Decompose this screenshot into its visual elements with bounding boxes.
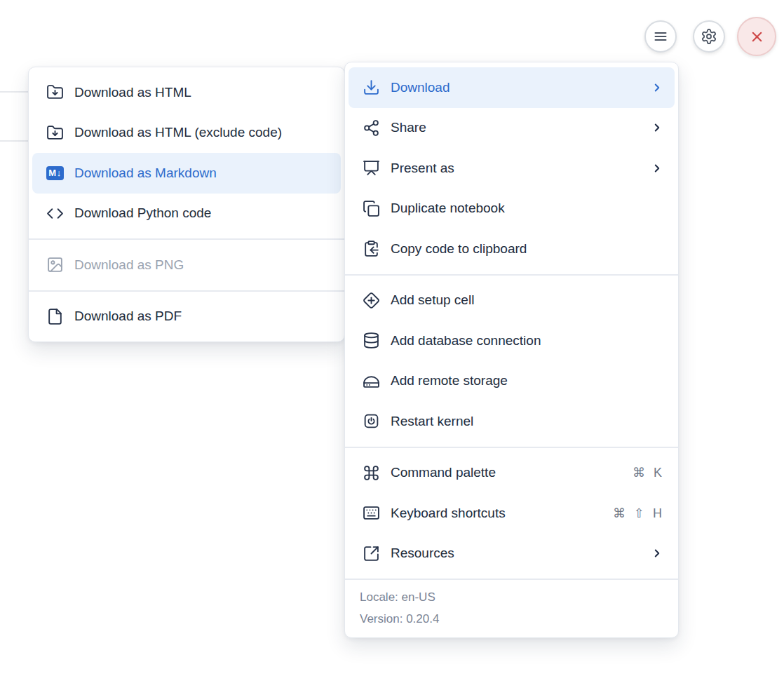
- submenu-group-pdf: Download as PDF: [29, 292, 344, 342]
- menu-group-help: Command palette ⌘ K Keyboard shortcuts ⌘…: [345, 448, 678, 579]
- submenu-item-download-as-html-exclude-code[interactable]: Download as HTML (exclude code): [32, 113, 341, 154]
- menu-item-label: Download Python code: [74, 205, 330, 221]
- menu-group-notebook-actions: Add setup cell Add database connection A…: [345, 276, 678, 447]
- app-canvas: Download as HTML Download as HTML (exclu…: [0, 0, 784, 690]
- close-icon: [749, 29, 765, 45]
- menu-item-add-database-connection[interactable]: Add database connection: [349, 320, 675, 361]
- keyboard-icon: [363, 504, 380, 522]
- shortcut-hint: ⌘ K: [633, 465, 662, 480]
- chevron-right-icon: [651, 121, 663, 134]
- submenu-item-download-as-png: Download as PNG: [32, 245, 341, 285]
- submenu-item-download-as-html[interactable]: Download as HTML: [32, 72, 341, 113]
- menu-item-share[interactable]: Share: [349, 108, 675, 149]
- image-icon: [46, 256, 64, 273]
- submenu-item-download-as-pdf[interactable]: Download as PDF: [32, 297, 341, 337]
- submenu-item-download-as-markdown[interactable]: M↓ Download as Markdown: [32, 153, 341, 194]
- shutdown-button[interactable]: [737, 17, 776, 56]
- menu-footer: Locale: en-US Version: 0.20.4: [345, 579, 678, 637]
- presentation-icon: [363, 159, 380, 177]
- menu-item-label: Add database connection: [391, 333, 663, 349]
- copy-icon: [363, 200, 380, 217]
- menu-item-label: Present as: [391, 161, 640, 176]
- power-icon: [363, 412, 380, 430]
- menu-item-label: Keyboard shortcuts: [391, 506, 602, 521]
- menu-item-download[interactable]: Download: [349, 67, 675, 108]
- background-rule: [0, 91, 28, 93]
- file-icon: [46, 308, 64, 325]
- menu-item-present-as[interactable]: Present as: [349, 148, 675, 189]
- background-rule: [0, 140, 28, 142]
- menu-item-label: Download as HTML (exclude code): [74, 125, 330, 140]
- menu-item-duplicate-notebook[interactable]: Duplicate notebook: [349, 189, 675, 229]
- menu-item-resources[interactable]: Resources: [349, 534, 675, 574]
- submenu-group-formats: Download as HTML Download as HTML (exclu…: [29, 67, 344, 238]
- menu-item-label: Add remote storage: [391, 373, 663, 388]
- menu-group-share-export: Download Share Present as Duplicate note…: [345, 62, 678, 274]
- diamond-plus-icon: [363, 292, 380, 309]
- menu-item-restart-kernel[interactable]: Restart kernel: [349, 401, 675, 442]
- external-link-icon: [363, 545, 380, 562]
- share-icon: [363, 119, 380, 137]
- menu-item-label: Duplicate notebook: [391, 201, 663, 216]
- notebook-actions-menu: Download Share Present as Duplicate note…: [344, 62, 679, 638]
- hamburger-menu-icon: [652, 28, 669, 45]
- download-icon: [363, 79, 380, 96]
- gear-icon: [701, 28, 717, 45]
- menu-item-label: Share: [391, 120, 640, 135]
- storage-drive-icon: [363, 372, 380, 390]
- chevron-right-icon: [651, 162, 663, 175]
- submenu-item-download-python-code[interactable]: Download Python code: [32, 194, 341, 234]
- menu-item-label: Restart kernel: [391, 414, 663, 429]
- code-icon: [46, 205, 64, 222]
- menu-item-label: Copy code to clipboard: [391, 241, 663, 257]
- folder-down-icon: [46, 124, 64, 142]
- menu-item-command-palette[interactable]: Command palette ⌘ K: [349, 453, 675, 494]
- shortcut-hint: ⌘ ⇧ H: [613, 506, 662, 521]
- menu-item-label: Download as PNG: [74, 257, 330, 273]
- folder-down-icon: [46, 83, 64, 101]
- clipboard-copy-icon: [363, 240, 380, 257]
- menu-item-copy-code-to-clipboard[interactable]: Copy code to clipboard: [349, 229, 675, 269]
- database-icon: [363, 332, 380, 349]
- version-text: Version: 0.20.4: [360, 608, 663, 630]
- menu-item-label: Download as Markdown: [74, 165, 330, 181]
- menu-item-label: Download: [391, 80, 640, 95]
- menu-item-label: Resources: [391, 546, 640, 561]
- submenu-group-png: Download as PNG: [29, 240, 344, 290]
- menu-item-keyboard-shortcuts[interactable]: Keyboard shortcuts ⌘ ⇧ H: [349, 493, 675, 534]
- menu-item-add-setup-cell[interactable]: Add setup cell: [349, 280, 675, 321]
- notebook-menu-button[interactable]: [644, 20, 677, 53]
- menu-item-label: Download as HTML: [74, 85, 330, 100]
- menu-item-label: Command palette: [391, 465, 622, 480]
- locale-text: Locale: en-US: [360, 586, 663, 608]
- settings-button[interactable]: [693, 20, 725, 53]
- download-submenu: Download as HTML Download as HTML (exclu…: [28, 67, 345, 342]
- menu-item-label: Add setup cell: [391, 292, 663, 308]
- command-icon: [363, 464, 380, 482]
- chevron-right-icon: [651, 81, 663, 94]
- menu-item-add-remote-storage[interactable]: Add remote storage: [349, 361, 675, 402]
- menu-item-label: Download as PDF: [74, 309, 330, 324]
- markdown-download-icon: M↓: [46, 164, 64, 182]
- chevron-right-icon: [651, 547, 663, 560]
